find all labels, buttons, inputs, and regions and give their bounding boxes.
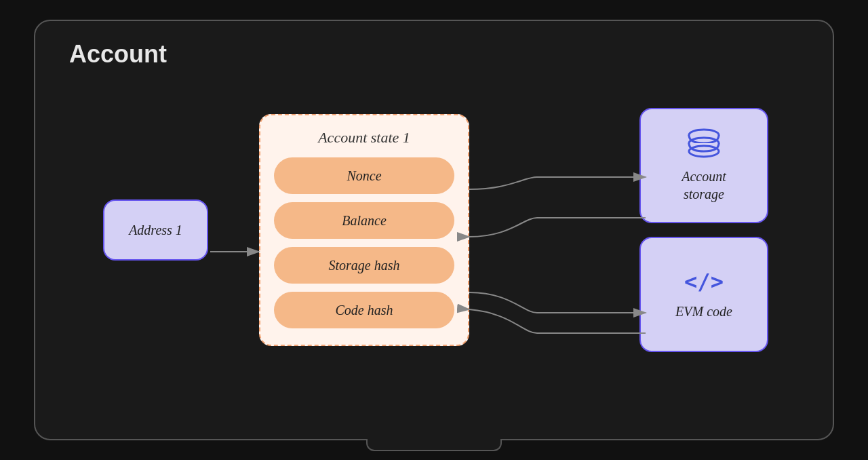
field-nonce: Nonce — [274, 157, 454, 194]
field-storage-hash: Storage hash — [274, 247, 454, 284]
field-code-hash: Code hash — [274, 292, 454, 328]
address-box: Address 1 — [103, 199, 208, 261]
account-state-box: Account state 1 Nonce Balance Storage ha… — [259, 114, 469, 346]
outer-container: Account Address 1 Account state 1 Nonce … — [34, 20, 834, 440]
right-boxes: Accountstorage </> EVM code — [639, 108, 768, 352]
account-storage-box: Accountstorage — [639, 108, 768, 223]
evm-code-label: EVM code — [675, 303, 732, 320]
field-balance: Balance — [274, 202, 454, 239]
account-state-title: Account state 1 — [274, 129, 454, 147]
account-storage-label: Accountstorage — [682, 168, 726, 203]
bottom-bump — [366, 439, 502, 451]
address-label: Address 1 — [129, 223, 182, 238]
diagram-area: Address 1 Account state 1 Nonce Balance … — [62, 41, 806, 419]
code-icon: </> — [684, 269, 724, 294]
evm-code-box: </> EVM code — [639, 237, 768, 352]
database-icon — [686, 128, 722, 159]
